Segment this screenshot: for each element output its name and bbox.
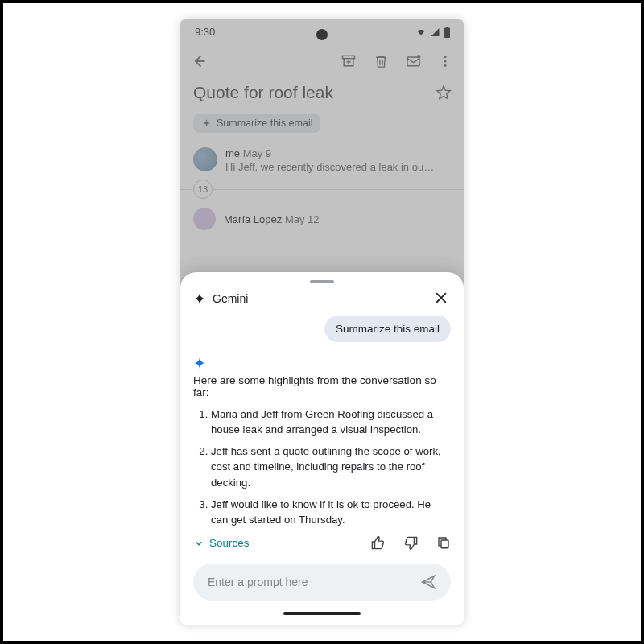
summary-item: Jeff would like to know if it is ok to p… xyxy=(211,497,451,527)
sources-label: Sources xyxy=(209,537,250,549)
response-spark-icon xyxy=(193,357,451,369)
home-indicator[interactable] xyxy=(283,612,361,615)
phone-frame: 9:30 xyxy=(180,19,464,625)
gemini-sheet: Gemini Summarize this email Here are som… xyxy=(180,272,464,625)
summary-list: Maria and Jeff from Green Roofing discus… xyxy=(193,407,451,527)
close-button[interactable] xyxy=(433,290,451,308)
sources-toggle[interactable]: Sources xyxy=(193,537,250,549)
prompt-input-container[interactable] xyxy=(193,564,451,601)
thumbs-down-icon[interactable] xyxy=(403,535,419,551)
user-prompt-chip: Summarize this email xyxy=(324,316,451,342)
summary-item: Maria and Jeff from Green Roofing discus… xyxy=(211,407,451,437)
svg-rect-8 xyxy=(441,540,448,548)
send-icon[interactable] xyxy=(420,574,436,590)
summary-item: Jeff has sent a quote outlining the scop… xyxy=(211,444,451,489)
copy-icon[interactable] xyxy=(436,535,451,551)
thumbs-up-icon[interactable] xyxy=(370,535,386,551)
chevron-down-icon xyxy=(193,538,204,549)
prompt-input[interactable] xyxy=(208,576,390,588)
sheet-grabber[interactable] xyxy=(310,280,334,283)
summary-intro: Here are some highlights from the conver… xyxy=(193,374,451,398)
sheet-title: Gemini xyxy=(213,292,248,305)
gemini-spark-icon xyxy=(193,292,206,305)
